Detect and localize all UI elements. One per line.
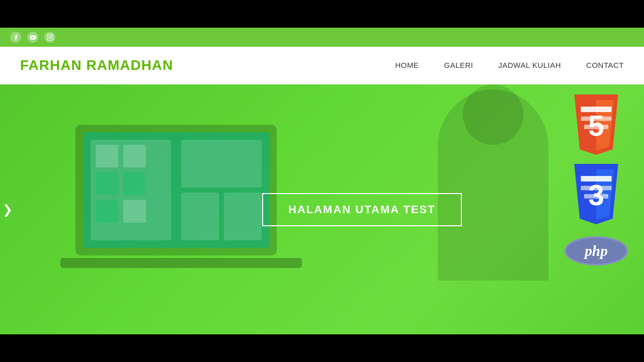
hero-section: ❯ HALAMAN UTAMA TEST 5 [0, 84, 644, 334]
svg-rect-13 [123, 172, 146, 195]
social-bar [0, 28, 644, 47]
nav-link-home[interactable]: HOME [395, 61, 419, 69]
css3-icon: 3 [569, 164, 624, 224]
nav-item-contact[interactable]: CONTACT [586, 61, 624, 70]
svg-rect-14 [96, 200, 118, 223]
hero-button[interactable]: HALAMAN UTAMA TEST [262, 193, 462, 226]
svg-rect-27 [581, 186, 611, 191]
svg-rect-28 [584, 194, 608, 199]
svg-rect-15 [123, 200, 146, 223]
php-icon: php [564, 233, 629, 268]
svg-rect-11 [123, 145, 146, 167]
svg-point-2 [49, 36, 51, 38]
left-arrow[interactable]: ❯ [0, 200, 15, 219]
nav-item-home[interactable]: HOME [395, 61, 419, 70]
nav-links: HOME GALERI JADWAL KULIAH CONTACT [395, 61, 624, 70]
nav-link-contact[interactable]: CONTACT [586, 61, 624, 69]
black-bar-top [0, 0, 644, 28]
hero-content: HALAMAN UTAMA TEST [262, 193, 462, 226]
svg-rect-8 [181, 193, 219, 240]
nav-item-jadwal[interactable]: JADWAL KULIAH [499, 61, 561, 70]
svg-rect-22 [584, 125, 608, 129]
nav-link-jadwal[interactable]: JADWAL KULIAH [499, 61, 561, 69]
html5-icon: 5 [569, 95, 624, 155]
svg-rect-7 [181, 140, 262, 188]
svg-rect-21 [581, 117, 611, 121]
svg-text:php: php [583, 243, 608, 259]
black-bar-bottom [0, 334, 644, 362]
youtube-icon[interactable] [27, 32, 38, 43]
site-title: FARHAN RAMADHAN [20, 57, 173, 73]
site-wrapper: FARHAN RAMADHAN HOME GALERI JADWAL KULIA… [0, 28, 644, 334]
svg-rect-10 [96, 145, 118, 167]
svg-rect-16 [60, 258, 302, 268]
nav-item-galeri[interactable]: GALERI [444, 61, 473, 70]
nav-bar: FARHAN RAMADHAN HOME GALERI JADWAL KULIA… [0, 47, 644, 84]
nav-link-galeri[interactable]: GALERI [444, 61, 473, 69]
tech-icons: 5 3 php [564, 95, 629, 268]
person-head [463, 84, 523, 145]
svg-rect-12 [96, 172, 118, 195]
svg-rect-1 [47, 35, 53, 40]
instagram-icon[interactable] [44, 32, 55, 43]
facebook-icon[interactable] [10, 32, 21, 43]
svg-point-3 [51, 35, 51, 36]
svg-rect-9 [224, 193, 262, 240]
